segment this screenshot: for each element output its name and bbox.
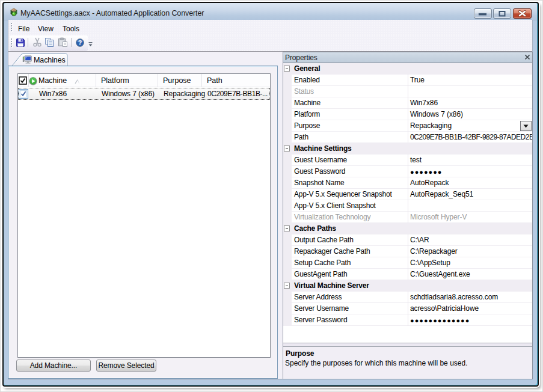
svg-text:?: ? [78, 40, 82, 46]
